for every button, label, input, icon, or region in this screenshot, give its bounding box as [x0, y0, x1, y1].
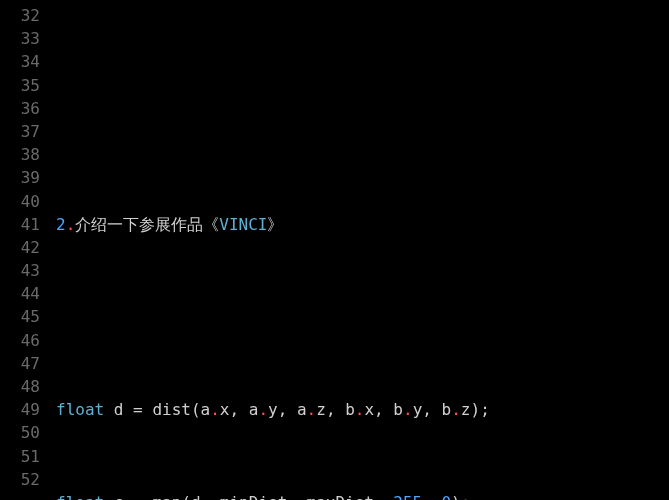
dot-token: .: [355, 400, 365, 419]
open-bracket: 《: [203, 215, 219, 234]
var-maxDist: maxDist: [307, 493, 374, 500]
code-editor: 32 33 34 35 36 37 38 39 40 41 42 43 44 4…: [0, 0, 669, 500]
lparen: (: [191, 400, 201, 419]
line-number: 50: [0, 421, 40, 444]
line-number: 46: [0, 329, 40, 352]
dot-token: .: [258, 400, 268, 419]
comma: ,: [374, 400, 384, 419]
line-number: 35: [0, 74, 40, 97]
line-number: 49: [0, 398, 40, 421]
var-d: d: [114, 400, 124, 419]
var-d: d: [191, 493, 201, 500]
heading-line: 2.介绍一下参展作品《VINCI》: [56, 213, 520, 236]
comma: ,: [422, 493, 432, 500]
line-number-gutter: 32 33 34 35 36 37 38 39 40 41 42 43 44 4…: [0, 4, 50, 500]
var-b: b: [442, 400, 452, 419]
code-line: float d = dist(a.x, a.y, a.z, b.x, b.y, …: [56, 398, 520, 421]
line-number: 51: [0, 445, 40, 468]
var-c: c: [114, 493, 124, 500]
code-line: [56, 50, 520, 73]
comma: ,: [278, 400, 288, 419]
line-number: 43: [0, 259, 40, 282]
member-z: z: [316, 400, 326, 419]
var-b: b: [345, 400, 355, 419]
member-y: y: [413, 400, 423, 419]
dot-token: .: [210, 400, 220, 419]
line-number: 36: [0, 97, 40, 120]
var-a: a: [249, 400, 259, 419]
func-dist: dist: [152, 400, 191, 419]
line-number: 33: [0, 27, 40, 50]
dot-token: .: [307, 400, 317, 419]
code-region[interactable]: 2.介绍一下参展作品《VINCI》 float d = dist(a.x, a.…: [50, 4, 520, 500]
code-line: float c = map(d, minDist, maxDist, 255, …: [56, 491, 520, 500]
num-255: 255: [393, 493, 422, 500]
line-number: 32: [0, 4, 40, 27]
heading-number: 2: [56, 215, 66, 234]
rparen: ): [451, 493, 461, 500]
heading-text: 介绍一下参展作品: [75, 215, 203, 234]
var-a: a: [297, 400, 307, 419]
line-number: 52: [0, 468, 40, 491]
func-map: map: [152, 493, 181, 500]
var-minDist: minDist: [220, 493, 287, 500]
line-number: 42: [0, 236, 40, 259]
code-line: [56, 305, 520, 328]
line-number: 37: [0, 120, 40, 143]
member-y: y: [268, 400, 278, 419]
dot-token: .: [403, 400, 413, 419]
comma: ,: [326, 400, 336, 419]
var-a: a: [201, 400, 211, 419]
rparen: ): [470, 400, 480, 419]
comma: ,: [229, 400, 239, 419]
line-number: 38: [0, 143, 40, 166]
num-0: 0: [441, 493, 451, 500]
member-x: x: [364, 400, 374, 419]
semi: ;: [480, 400, 490, 419]
line-number: 47: [0, 352, 40, 375]
var-b: b: [393, 400, 403, 419]
semi: ;: [461, 493, 471, 500]
comma: ,: [201, 493, 211, 500]
equals: =: [133, 400, 143, 419]
line-number: 40: [0, 190, 40, 213]
line-number: 48: [0, 375, 40, 398]
line-number: 41: [0, 213, 40, 236]
comma: ,: [287, 493, 297, 500]
code-line: [56, 120, 520, 143]
close-bracket: 》: [267, 215, 283, 234]
type-keyword: float: [56, 400, 104, 419]
line-number: 39: [0, 166, 40, 189]
work-title: VINCI: [219, 215, 267, 234]
dot-token: .: [66, 215, 76, 234]
line-number: 34: [0, 50, 40, 73]
dot-token: .: [451, 400, 461, 419]
type-keyword: float: [56, 493, 104, 500]
line-number: 45: [0, 305, 40, 328]
comma: ,: [374, 493, 384, 500]
lparen: (: [181, 493, 191, 500]
line-number: 44: [0, 282, 40, 305]
equals: =: [133, 493, 143, 500]
comma: ,: [422, 400, 432, 419]
